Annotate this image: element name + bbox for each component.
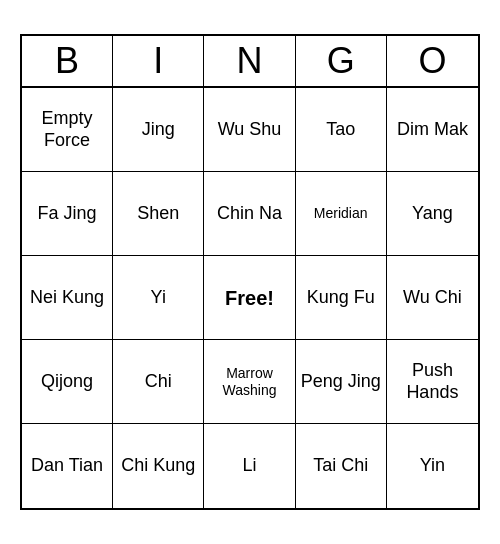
header-letter: O <box>387 36 478 86</box>
bingo-cell: Peng Jing <box>296 340 387 424</box>
bingo-cell: Chin Na <box>204 172 295 256</box>
bingo-cell: Shen <box>113 172 204 256</box>
bingo-grid: Empty ForceJingWu ShuTaoDim MakFa JingSh… <box>22 88 478 508</box>
bingo-cell: Dim Mak <box>387 88 478 172</box>
bingo-cell: Yin <box>387 424 478 508</box>
bingo-cell: Meridian <box>296 172 387 256</box>
bingo-cell: Li <box>204 424 295 508</box>
bingo-cell: Jing <box>113 88 204 172</box>
bingo-cell: Yang <box>387 172 478 256</box>
bingo-cell: Dan Tian <box>22 424 113 508</box>
bingo-cell: Free! <box>204 256 295 340</box>
bingo-cell: Chi <box>113 340 204 424</box>
header-letter: B <box>22 36 113 86</box>
bingo-cell: Yi <box>113 256 204 340</box>
bingo-header: BINGO <box>22 36 478 88</box>
header-letter: N <box>204 36 295 86</box>
bingo-cell: Kung Fu <box>296 256 387 340</box>
bingo-cell: Marrow Washing <box>204 340 295 424</box>
header-letter: G <box>296 36 387 86</box>
bingo-cell: Chi Kung <box>113 424 204 508</box>
bingo-cell: Fa Jing <box>22 172 113 256</box>
header-letter: I <box>113 36 204 86</box>
bingo-cell: Qijong <box>22 340 113 424</box>
bingo-cell: Wu Shu <box>204 88 295 172</box>
bingo-cell: Tai Chi <box>296 424 387 508</box>
bingo-cell: Nei Kung <box>22 256 113 340</box>
bingo-cell: Empty Force <box>22 88 113 172</box>
bingo-cell: Push Hands <box>387 340 478 424</box>
bingo-cell: Tao <box>296 88 387 172</box>
bingo-cell: Wu Chi <box>387 256 478 340</box>
bingo-card: BINGO Empty ForceJingWu ShuTaoDim MakFa … <box>20 34 480 510</box>
